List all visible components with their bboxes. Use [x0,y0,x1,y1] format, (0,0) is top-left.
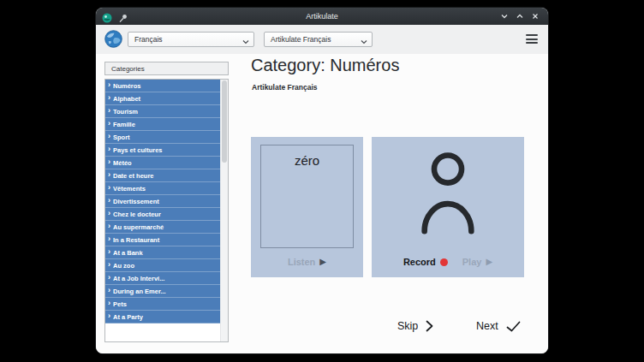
categories-frame: ›Numéros›Alphabet›Tourism›Famille›Sport›… [104,79,229,342]
sidebar-item-label: Au supermarché [113,223,164,231]
sidebar-item[interactable]: ›Chez le docteur [105,208,221,221]
globe-icon [104,30,122,48]
sidebar-item[interactable]: ›At a Party [105,311,221,323]
sidebar-item-label: Chez le docteur [113,211,161,218]
phrase-text: zéro [261,153,353,168]
course-subtitle: Artikulate Français [252,83,318,92]
categories-header[interactable]: Categories [104,62,229,75]
sidebar-item-label: At a Job Intervi... [113,275,164,282]
chevron-right-icon: › [108,94,110,102]
chevron-right-icon: › [108,261,110,269]
sidebar-item[interactable]: ›Pets [105,298,221,311]
chevron-right-icon: › [108,145,110,153]
listen-button-label: Listen [288,257,315,267]
sidebar-item[interactable]: ›Sport [105,131,221,144]
chevron-right-icon: › [108,312,110,320]
titlebar[interactable]: Artikulate [96,8,548,25]
content-area: Categories ›Numéros›Alphabet›Tourism›Fam… [96,54,548,353]
sidebar-item-label: During an Emer... [113,288,166,295]
hamburger-line [526,39,538,40]
chevron-right-icon: › [108,197,110,205]
sidebar-item-label: Météo [113,159,132,167]
hamburger-menu-button[interactable] [526,34,538,44]
sidebar-item-label: In a Restaurant [113,236,159,244]
record-card: Record Play ▶ [372,137,524,277]
chevron-right-icon: › [108,210,110,217]
play-button-label: Play [462,257,482,267]
sidebar-item-label: Divertissement [113,198,159,205]
course-select[interactable]: Artikulate Français [264,32,373,47]
skip-button[interactable]: Skip [397,320,433,332]
hamburger-line [526,34,538,36]
sidebar-item-label: At a Party [113,313,143,321]
sidebar-item-label: Numéros [113,82,141,90]
sidebar-item[interactable]: ›During an Emer... [105,285,221,298]
record-dot-icon [440,258,448,266]
sidebar-item-label: At a Bank [113,249,143,257]
chevron-down-icon [361,38,367,46]
course-select-value: Artikulate Français [271,35,331,44]
window-title: Artikulate [96,8,548,25]
maximize-button[interactable] [514,10,526,22]
chevron-right-icon: › [108,248,110,256]
chevron-right-icon: › [108,133,110,140]
sidebar-item[interactable]: ›Famille [105,118,221,131]
app-window: Artikulate [96,8,548,353]
play-triangle-icon: ▶ [486,258,492,266]
phrase-card: zéro Listen ▶ [251,137,363,277]
sidebar-item[interactable]: ›Divertissement [105,195,221,208]
chevron-right-icon: › [108,107,110,115]
sidebar-item[interactable]: ›At a Job Intervi... [105,272,221,285]
chevron-down-icon [242,38,249,46]
sidebar-item[interactable]: ›In a Restaurant [105,234,221,246]
chevron-right-icon: › [108,300,110,307]
record-button[interactable]: Record [403,257,448,267]
sidebar-item[interactable]: ›Alphabet [105,92,221,105]
sidebar-item-label: Pays et cultures [113,146,163,154]
chevron-right-icon: › [108,223,110,230]
sidebar-item[interactable]: ›Vêtements [105,182,221,195]
sidebar-item-label: Alphabet [113,95,140,103]
page-title: Category: Numéros [251,56,399,75]
sidebar-scrollbar-thumb[interactable] [222,80,227,163]
sidebar-item-label: Date et heure [113,172,154,180]
minimize-button[interactable] [498,10,510,22]
sidebar-item-label: Sport [113,134,130,141]
user-silhouette-icon [420,147,476,240]
sidebar-item[interactable]: ›Pays et cultures [105,144,221,157]
next-button-label: Next [476,320,498,332]
sidebar-scrollbar[interactable] [220,80,228,341]
play-triangle-icon: ▶ [319,258,326,266]
chevron-right-icon: › [108,287,110,294]
hamburger-line [526,42,538,44]
sidebar-item-label: Tourism [113,108,138,116]
chevron-down-icon [498,10,510,22]
chevron-right-icon: › [108,274,110,282]
close-button[interactable] [529,10,541,22]
next-button[interactable]: Next [476,320,521,332]
toolbar: Français Artikulate Français [96,25,548,55]
sidebar-item[interactable]: ›Au supermarché [105,221,221,234]
chevron-right-icon: › [108,81,110,89]
categories-sidebar: Categories ›Numéros›Alphabet›Tourism›Fam… [104,62,229,342]
language-select[interactable]: Français [128,32,254,47]
chevron-right-icon: › [108,184,110,192]
chevron-right-icon: › [108,171,110,179]
sidebar-item[interactable]: ›Météo [105,157,221,169]
sidebar-list: ›Numéros›Alphabet›Tourism›Famille›Sport›… [105,80,221,341]
sidebar-item[interactable]: ›Au zoo [105,259,221,272]
sidebar-item[interactable]: ›Numéros [105,80,221,92]
chevron-right-icon [426,320,433,332]
close-icon [529,10,541,22]
language-select-value: Français [134,35,163,44]
sidebar-item-label: Au zoo [113,262,134,270]
phrase-box: zéro [260,145,354,248]
sidebar-item[interactable]: ›Tourism [105,105,221,118]
listen-button[interactable]: Listen ▶ [288,257,326,267]
chevron-up-icon [514,10,526,22]
sidebar-item[interactable]: ›Date et heure [105,169,221,182]
check-icon [506,321,521,332]
sidebar-item[interactable]: ›At a Bank [105,246,221,259]
sidebar-item-label: Famille [113,121,135,128]
play-button[interactable]: Play ▶ [452,257,492,267]
